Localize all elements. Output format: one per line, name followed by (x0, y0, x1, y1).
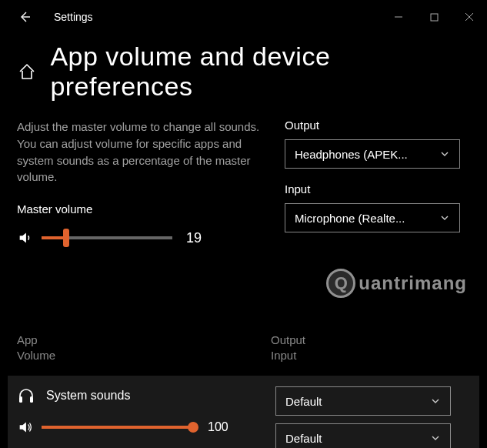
left-column: Adjust the master volume to change all s… (17, 119, 263, 246)
svg-rect-2 (30, 396, 33, 403)
chevron-down-icon (430, 433, 441, 443)
app-input-selected: Default (285, 432, 322, 445)
app-output-dropdown[interactable]: Default (275, 386, 451, 416)
headphones-icon (17, 386, 35, 405)
minimize-button[interactable] (381, 5, 416, 29)
output-device-selected: Headphones (APEK... (295, 148, 408, 161)
watermark-text: uantrimang (359, 272, 467, 294)
page-header: App volume and device preferences (0, 34, 487, 108)
app-volume-slider[interactable] (42, 426, 195, 429)
output-label: Output (285, 119, 470, 132)
master-volume-label: Master volume (17, 202, 263, 216)
column-header-output: Output (271, 333, 470, 348)
app-row-left: System sounds 100 (17, 386, 263, 448)
chevron-down-icon (439, 149, 450, 159)
close-button[interactable] (452, 5, 487, 29)
window-controls (381, 5, 487, 29)
back-button[interactable] (12, 5, 37, 29)
master-volume-value: 19 (186, 230, 202, 246)
minimize-icon (394, 12, 403, 22)
app-volume-value: 100 (208, 420, 228, 434)
column-header-app: App (17, 333, 271, 348)
app-row-system-sounds: System sounds 100 Default Default (8, 376, 479, 448)
master-volume-slider[interactable] (42, 236, 172, 239)
input-device-dropdown[interactable]: Microphone (Realte... (285, 203, 460, 232)
description-text: Adjust the master volume to change all s… (17, 119, 263, 186)
page-title: App volume and device preferences (50, 42, 470, 102)
maximize-icon (430, 13, 439, 22)
content-area: Adjust the master volume to change all s… (0, 108, 487, 246)
app-name-row: System sounds (17, 386, 263, 405)
watermark-q-icon: Q (326, 269, 355, 298)
output-device-dropdown[interactable]: Headphones (APEK... (285, 139, 460, 169)
home-icon[interactable] (17, 62, 36, 82)
right-column: Output Headphones (APEK... Input Microph… (285, 119, 470, 246)
input-label: Input (285, 182, 470, 196)
app-name: System sounds (46, 389, 130, 403)
app-volume-row: 100 (17, 419, 263, 436)
close-icon (465, 12, 474, 22)
chevron-down-icon (439, 212, 450, 223)
watermark: Q uantrimang (326, 269, 467, 298)
svg-rect-0 (431, 14, 438, 21)
speaker-icon[interactable] (17, 229, 34, 246)
chevron-down-icon (430, 396, 441, 406)
column-header-input: Input (271, 348, 470, 363)
arrow-left-icon (18, 11, 31, 23)
titlebar: Settings (0, 0, 487, 34)
speaker-loud-icon[interactable] (17, 419, 34, 436)
input-device-selected: Microphone (Realte... (295, 212, 405, 225)
app-output-selected: Default (285, 395, 322, 408)
window-title: Settings (54, 11, 93, 23)
column-header-volume: Volume (17, 348, 271, 363)
app-row-right: Default Default (275, 386, 470, 448)
svg-rect-1 (19, 396, 22, 403)
maximize-button[interactable] (416, 5, 452, 29)
column-headers: App Volume Output Input (17, 333, 470, 363)
app-input-dropdown[interactable]: Default (275, 423, 451, 448)
master-volume-row: 19 (17, 229, 263, 246)
